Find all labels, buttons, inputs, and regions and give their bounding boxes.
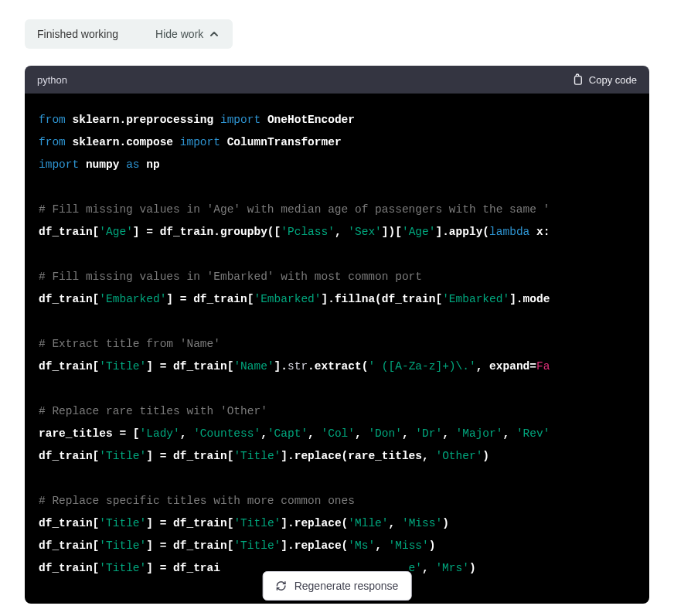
working-status: Finished working [37,28,118,40]
chevron-up-icon [209,29,219,39]
code-header: python Copy code [25,66,649,94]
clipboard-icon [572,73,583,86]
code-content[interactable]: from sklearn.preprocessing import OneHot… [25,94,649,604]
svg-rect-0 [574,77,581,85]
code-language-label: python [37,74,67,86]
copy-code-button[interactable]: Copy code [572,73,637,86]
refresh-icon [276,580,287,591]
work-accordion[interactable]: Finished working Hide work [25,19,233,49]
regenerate-response-button[interactable]: Regenerate response [263,571,412,601]
copy-code-label: Copy code [589,74,637,86]
hide-work-toggle[interactable]: Hide work [155,28,219,40]
regenerate-label: Regenerate response [294,580,399,592]
hide-work-label: Hide work [155,28,203,40]
code-block: python Copy code from sklearn.preprocess… [25,66,649,604]
